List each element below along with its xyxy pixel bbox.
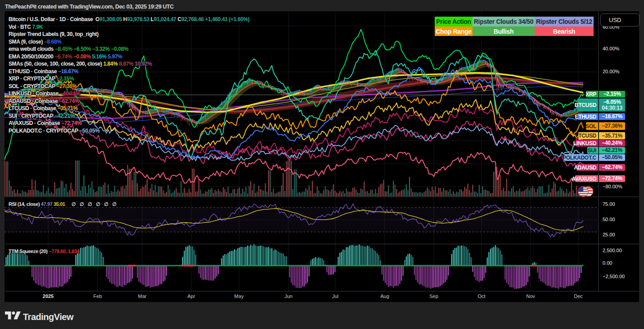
- svg-text:TradingView: TradingView: [23, 312, 74, 322]
